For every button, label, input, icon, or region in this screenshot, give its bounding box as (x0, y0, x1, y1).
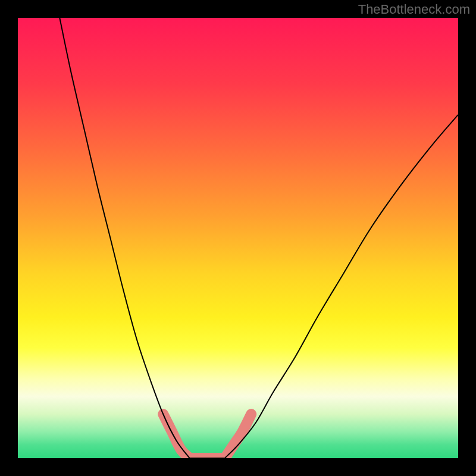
highlight-segment (163, 414, 189, 458)
curve-right-curve (225, 115, 458, 458)
chart-container (18, 18, 458, 458)
curves-group (60, 18, 458, 458)
curve-overlay (18, 18, 458, 458)
watermark-text: TheBottleneck.com (358, 2, 470, 17)
curve-left-curve (60, 18, 189, 458)
highlight-segment (225, 414, 251, 458)
highlight-group (163, 414, 251, 458)
